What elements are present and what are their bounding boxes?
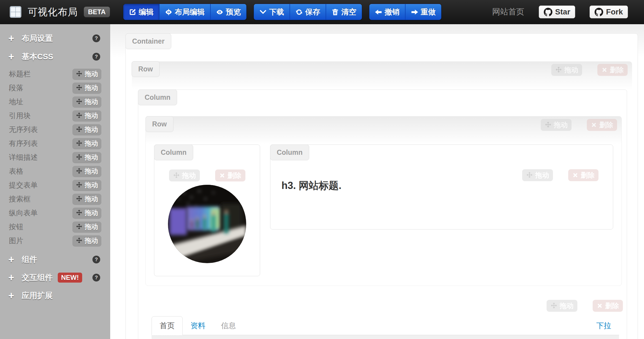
move-icon	[76, 182, 82, 188]
sidebar-item-vertical-form: 纵向表单 拖动	[0, 206, 110, 220]
move-icon	[173, 172, 180, 179]
tab-dropdown[interactable]: 下拉	[588, 316, 619, 335]
github-fork-button[interactable]: Fork	[590, 6, 628, 18]
help-icon[interactable]: ?	[92, 256, 100, 263]
move-icon	[76, 71, 82, 77]
clear-button[interactable]: 清空	[326, 4, 362, 20]
tab-home[interactable]: 首页	[152, 316, 183, 335]
sidebar-item-address: 地址 拖动	[0, 95, 110, 109]
save-button[interactable]: 保存	[290, 4, 326, 20]
layout-edit-button[interactable]: 布局编辑	[159, 4, 210, 20]
sidebar-section-layout-settings[interactable]: + 布局设置 ?	[0, 32, 110, 45]
sidebar-item-search-box: 搜索框 拖动	[0, 192, 110, 206]
move-icon	[550, 302, 557, 309]
plus-icon: +	[8, 51, 22, 63]
drag-handle[interactable]: 拖动	[72, 235, 101, 246]
sidebar-section-components[interactable]: + 组件 ?	[0, 253, 110, 266]
drag-handle[interactable]: 拖动	[72, 221, 101, 232]
brand: 可视化布局 BETA	[0, 6, 110, 19]
edit-button[interactable]: 编辑	[123, 4, 159, 20]
drag-handle[interactable]: 拖动	[72, 83, 101, 93]
widget-drag-button[interactable]: 拖动	[169, 170, 200, 181]
tab-info[interactable]: 信息	[213, 316, 244, 335]
row-drag-button[interactable]: 拖动	[541, 119, 572, 131]
sidebar-section-interactive-components[interactable]: + 交互组件 NEW! ?	[0, 271, 110, 284]
drag-handle[interactable]: 拖动	[72, 124, 101, 135]
widget-delete-button[interactable]: 删除	[593, 300, 623, 312]
image-column-box: Column 拖动 删除	[154, 144, 260, 276]
row-delete-button[interactable]: 删除	[597, 64, 628, 76]
file-button-group: 下载 保存 清空	[254, 4, 362, 20]
row-delete-button[interactable]: 删除	[587, 119, 617, 131]
sidebar-item-ordered-list: 有序列表 拖动	[0, 136, 110, 150]
move-icon	[76, 154, 82, 161]
app-grid-icon	[9, 6, 22, 18]
tab-bar: 首页 资料 信息 下拉	[152, 316, 619, 335]
plus-icon: +	[8, 254, 22, 265]
circular-runway-photo	[168, 185, 246, 263]
move-icon	[76, 112, 82, 119]
redo-button[interactable]: 重做	[405, 4, 441, 20]
app-title: 可视化布局	[28, 6, 78, 19]
top-navbar: 可视化布局 BETA 编辑 布局编辑 预览 下载 保	[0, 0, 644, 24]
column-label: Column	[154, 144, 193, 160]
canvas: Container Row 拖动 删除 Column Row 拖动 删除	[110, 24, 644, 339]
column-label: Column	[138, 89, 177, 105]
move-icon	[76, 210, 82, 216]
x-icon	[219, 172, 225, 179]
columns-wrap: Column 拖动 删除	[154, 144, 613, 276]
site-home-link[interactable]: 网站首页	[492, 6, 524, 18]
sidebar-item-table: 表格 拖动	[0, 164, 110, 178]
widget-drag-button[interactable]: 拖动	[522, 169, 553, 181]
eye-icon	[216, 8, 223, 16]
plus-icon: +	[8, 290, 22, 301]
row-drag-button[interactable]: 拖动	[551, 64, 582, 76]
tab-panel	[152, 335, 619, 339]
new-badge: NEW!	[58, 273, 82, 283]
widget-controls: 拖动 删除	[522, 169, 598, 181]
beta-badge: BETA	[84, 7, 110, 17]
move-icon	[76, 140, 82, 147]
widget-controls: 拖动 删除	[154, 170, 260, 181]
tab-profile[interactable]: 资料	[183, 316, 213, 335]
drag-handle[interactable]: 拖动	[72, 208, 101, 218]
widget-delete-button[interactable]: 删除	[568, 169, 598, 181]
drag-handle[interactable]: 拖动	[72, 166, 101, 177]
plus-icon: +	[8, 33, 22, 44]
sidebar-section-app-extensions[interactable]: + 应用扩展	[0, 289, 110, 302]
basic-css-item-list: 标题栏 拖动 段落 拖动 地址 拖动 引用块 拖动 无序列表 拖动 有序列表 拖…	[0, 67, 110, 248]
mode-button-group: 编辑 布局编辑 预览	[123, 4, 246, 20]
download-button[interactable]: 下载	[254, 4, 290, 20]
container-box: Container Row 拖动 删除 Column Row 拖动 删除	[125, 33, 638, 339]
help-icon[interactable]: ?	[92, 34, 100, 42]
drag-handle[interactable]: 拖动	[72, 96, 101, 107]
x-icon	[597, 303, 603, 309]
drag-handle[interactable]: 拖动	[72, 152, 101, 163]
preview-button[interactable]: 预览	[210, 4, 246, 20]
trash-icon	[331, 8, 339, 16]
history-button-group: 撤销 重做	[369, 4, 441, 20]
move-icon	[76, 223, 82, 230]
row-controls: 拖动 删除	[551, 64, 628, 76]
octocat-icon	[595, 8, 603, 16]
widget-delete-button[interactable]: 删除	[215, 170, 245, 181]
drag-handle[interactable]: 拖动	[72, 69, 101, 79]
drag-handle[interactable]: 拖动	[72, 180, 101, 191]
sidebar-item-unordered-list: 无序列表 拖动	[0, 123, 110, 136]
drag-handle[interactable]: 拖动	[72, 110, 101, 121]
widget-drag-button[interactable]: 拖动	[547, 300, 577, 312]
undo-button[interactable]: 撤销	[369, 4, 405, 20]
help-icon[interactable]: ?	[92, 53, 100, 61]
move-icon	[526, 172, 533, 179]
arrow-right-icon	[411, 8, 418, 16]
sidebar-item-image: 图片 拖动	[0, 234, 110, 248]
container-label: Container	[125, 33, 171, 49]
github-star-button[interactable]: Star	[539, 6, 575, 18]
x-icon	[601, 67, 608, 73]
sidebar-section-basic-css[interactable]: + 基本CSS ?	[0, 50, 110, 63]
layout-eye-icon	[165, 8, 172, 16]
drag-handle[interactable]: 拖动	[72, 138, 101, 149]
help-icon[interactable]: ?	[92, 274, 100, 281]
x-icon	[591, 122, 597, 128]
drag-handle[interactable]: 拖动	[72, 194, 101, 205]
